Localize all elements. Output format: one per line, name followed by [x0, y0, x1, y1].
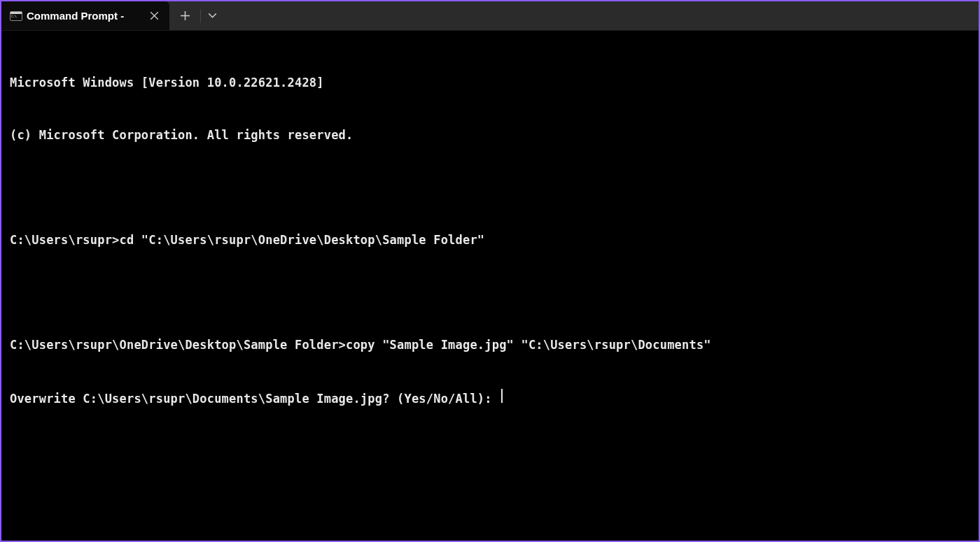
- output-line: Microsoft Windows [Version 10.0.22621.24…: [10, 74, 970, 92]
- new-tab-button[interactable]: [169, 1, 200, 31]
- current-prompt-line: Overwrite C:\Users\rsupr\Documents\Sampl…: [10, 389, 970, 408]
- chevron-down-icon: [209, 13, 216, 18]
- tab-dropdown-button[interactable]: [201, 1, 223, 31]
- terminal-output[interactable]: Microsoft Windows [Version 10.0.22621.24…: [1, 31, 979, 434]
- titlebar-buttons: [169, 1, 223, 30]
- plus-icon: [181, 11, 190, 20]
- output-line: [10, 284, 970, 301]
- output-line: C:\Users\rsupr\OneDrive\Desktop\Sample F…: [10, 336, 970, 354]
- output-line: C:\Users\rsupr>cd "C:\Users\rsupr\OneDri…: [10, 231, 970, 249]
- active-tab[interactable]: Command Prompt -: [1, 1, 169, 30]
- cmd-icon: [10, 11, 22, 21]
- tab-title: Command Prompt -: [27, 10, 141, 22]
- titlebar: Command Prompt -: [1, 1, 979, 31]
- output-line: (c) Microsoft Corporation. All rights re…: [10, 127, 970, 144]
- close-icon: [150, 12, 158, 20]
- close-tab-button[interactable]: [146, 8, 162, 24]
- output-line: [10, 179, 970, 197]
- cursor: [501, 389, 503, 403]
- prompt-text: Overwrite C:\Users\rsupr\Documents\Sampl…: [10, 390, 499, 408]
